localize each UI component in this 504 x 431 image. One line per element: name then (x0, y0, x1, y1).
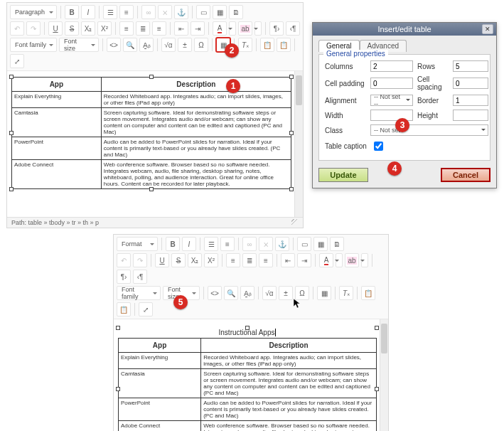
rows-field[interactable] (453, 60, 488, 72)
text-color-button[interactable]: A (213, 21, 227, 36)
element-path[interactable]: Path: table » tbody » tr » th » p (11, 219, 99, 226)
resize-grip[interactable] (291, 219, 299, 226)
content-table[interactable]: App Description Explain EverythingRecord… (11, 77, 291, 189)
cell-app[interactable]: PowerPoint (12, 137, 102, 160)
anchor-button[interactable]: ⚓ (275, 237, 289, 251)
align-right-button[interactable]: ≡ (152, 21, 166, 36)
outdent-button[interactable]: ⇤ (281, 253, 295, 267)
fontfamily-select[interactable]: Font family (117, 286, 161, 300)
fontsize-select[interactable]: Font size (59, 38, 99, 52)
resize-handle[interactable] (289, 131, 294, 135)
bold-button[interactable]: B (166, 237, 180, 251)
unlink-button[interactable]: ⨯ (158, 5, 172, 19)
outdent-button[interactable]: ⇤ (174, 21, 188, 36)
subscript-button[interactable]: X₂ (188, 253, 202, 267)
image-button[interactable]: ▭ (196, 5, 210, 19)
cell-desc[interactable]: Web conference software. Browser based s… (101, 160, 291, 189)
superscript-button[interactable]: X² (204, 253, 218, 267)
media-button[interactable]: ▦ (213, 5, 227, 19)
align-left-button[interactable]: ≡ (226, 253, 240, 267)
cell-desc[interactable]: Screen capturing software. Ideal for dem… (201, 369, 377, 398)
col-header-desc[interactable]: Description (101, 78, 291, 92)
bg-color-button[interactable]: ab (238, 21, 252, 36)
resize-handle[interactable] (116, 387, 120, 391)
bullet-list-button[interactable]: ☰ (103, 5, 117, 19)
cell-app[interactable]: Camtasia (119, 369, 201, 398)
cell-desc[interactable]: Audio can be added to PowerPoint slides … (101, 137, 291, 160)
cancel-button[interactable]: Cancel (441, 168, 490, 182)
update-button[interactable]: Update (318, 168, 368, 182)
align-center-button[interactable]: ≣ (242, 253, 257, 267)
resize-handle[interactable] (9, 187, 14, 191)
format-select[interactable]: Format (117, 237, 158, 251)
clear-format-button[interactable]: Tₓ (238, 38, 252, 52)
italic-button[interactable]: I (81, 5, 95, 19)
format-select[interactable]: Paragraph (10, 5, 57, 19)
align-left-button[interactable]: ≡ (119, 21, 134, 36)
underline-button[interactable]: U (155, 253, 169, 267)
cell-desc[interactable]: Web conference software. Browser based s… (201, 421, 377, 432)
text-color-button[interactable]: A (319, 253, 333, 267)
cell-desc[interactable]: Recorded Whiteboard app. Integrates audi… (201, 353, 377, 369)
rtl-button[interactable]: ‹¶ (286, 21, 300, 36)
equation-button[interactable]: √α (161, 38, 176, 52)
clear-format-button[interactable]: Tₓ (339, 286, 353, 300)
cell-app[interactable]: Explain Everything (12, 92, 102, 108)
strike-button[interactable]: S (171, 253, 186, 267)
class-select[interactable]: -- Not set -- (370, 124, 488, 136)
content-table[interactable]: App Description Explain EverythingRecord… (118, 338, 377, 431)
indent-button[interactable]: ⇥ (297, 253, 311, 267)
link-button[interactable]: ∞ (242, 237, 257, 251)
resize-handle[interactable] (9, 131, 14, 135)
paste-word-button[interactable]: 📋 (277, 38, 291, 52)
resize-handle[interactable] (9, 75, 14, 79)
ltr-button[interactable]: ¶› (269, 21, 284, 36)
equation-button[interactable]: √α (262, 286, 277, 300)
underline-button[interactable]: U (48, 21, 63, 36)
italic-button[interactable]: I (182, 237, 196, 251)
find-button[interactable]: 🔍 (123, 38, 137, 52)
indent-button[interactable]: ⇥ (191, 21, 205, 36)
fullscreen-button[interactable]: ⤢ (139, 302, 153, 316)
anchor-button[interactable]: ⚓ (174, 5, 188, 19)
align-right-button[interactable]: ≡ (259, 253, 273, 267)
redo-button[interactable]: ↷ (26, 21, 41, 36)
cell-app[interactable]: Adobe Connect (119, 421, 201, 432)
omega-button[interactable]: Ω (194, 38, 208, 52)
undo-button[interactable]: ↶ (10, 21, 24, 36)
resize-handle[interactable] (149, 75, 154, 79)
columns-field[interactable] (370, 60, 413, 72)
bg-color-menu[interactable] (361, 253, 368, 267)
fontfamily-select[interactable]: Font family (10, 38, 57, 52)
omega-button[interactable]: Ω (295, 286, 309, 300)
rtl-button[interactable]: ‹¶ (133, 270, 147, 284)
border-field[interactable] (453, 95, 488, 106)
cellspacing-field[interactable] (453, 78, 488, 89)
resize-handle[interactable] (245, 326, 250, 330)
number-list-button[interactable]: ≡ (220, 237, 235, 251)
text-color-menu[interactable] (336, 253, 343, 267)
table-caption-checkbox[interactable] (374, 142, 383, 151)
unlink-button[interactable]: ⨯ (259, 237, 273, 251)
cell-desc[interactable]: Audio can be added to PowerPoint slides … (201, 398, 377, 421)
paste-button[interactable]: 📋 (361, 286, 375, 300)
bg-color-menu[interactable] (254, 21, 262, 36)
paste-button[interactable]: 📋 (260, 38, 274, 52)
bullet-list-button[interactable]: ☰ (204, 237, 218, 251)
number-list-button[interactable]: ≡ (119, 5, 134, 19)
table-button[interactable]: ▦ (317, 286, 331, 300)
redo-button[interactable]: ↷ (133, 253, 147, 267)
col-header-app[interactable]: App (12, 78, 102, 92)
subscript-button[interactable]: X₂ (81, 21, 95, 36)
superscript-button[interactable]: X² (97, 21, 112, 36)
cell-app[interactable]: Explain Everything (119, 353, 201, 369)
html-button[interactable]: <> (208, 286, 222, 300)
bg-color-button[interactable]: ab (345, 253, 359, 267)
undo-button[interactable]: ↶ (117, 253, 131, 267)
close-icon[interactable]: ✕ (482, 24, 493, 34)
vertical-scrollbar[interactable] (294, 71, 303, 217)
html-button[interactable]: <> (107, 38, 121, 52)
col-header-app[interactable]: App (119, 339, 201, 353)
align-center-button[interactable]: ≣ (136, 21, 150, 36)
dialog-titlebar[interactable]: Insert/edit table ✕ (313, 23, 496, 36)
